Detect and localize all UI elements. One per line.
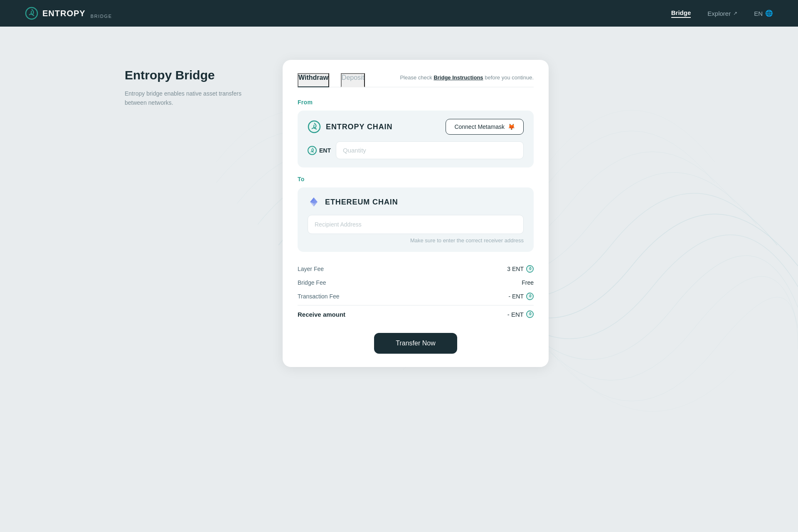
from-label: From bbox=[298, 99, 534, 106]
nav-explorer[interactable]: Explorer ↗ bbox=[707, 10, 737, 17]
left-panel: Entropy Bridge Entropy bridge enables na… bbox=[125, 60, 249, 108]
ent-icon-tx bbox=[526, 293, 534, 300]
bridge-instructions-link[interactable]: Bridge Instructions bbox=[433, 74, 483, 81]
receive-amount-row: Receive amount - ENT bbox=[298, 307, 534, 321]
from-section: ENTROPY CHAIN Connect Metamask 🦊 ENT bbox=[298, 111, 534, 167]
ent-token-icon bbox=[308, 146, 317, 155]
page-title: Entropy Bridge bbox=[125, 68, 249, 82]
ethereum-chain-logo bbox=[308, 196, 320, 208]
eth-chain-row: ETHEREUM CHAIN bbox=[308, 196, 524, 208]
svg-point-7 bbox=[527, 266, 533, 272]
entropy-logo-icon bbox=[25, 7, 38, 20]
ent-icon-receive bbox=[526, 310, 534, 318]
fees-section: Layer Fee 3 ENT Bridge Fee Free Transact… bbox=[298, 262, 534, 321]
svg-point-9 bbox=[527, 311, 533, 318]
main-content: Entropy Bridge Entropy bridge enables na… bbox=[0, 27, 798, 532]
tx-fee-label: Transaction Fee bbox=[298, 293, 340, 300]
bridge-fee-row: Bridge Fee Free bbox=[298, 276, 534, 289]
token-label: ENT bbox=[308, 146, 331, 155]
bridge-fee-value: Free bbox=[522, 279, 534, 286]
connect-metamask-button[interactable]: Connect Metamask 🦊 bbox=[446, 119, 524, 135]
entropy-chain-identity: ENTROPY CHAIN bbox=[308, 120, 392, 133]
tx-fee-row: Transaction Fee - ENT bbox=[298, 289, 534, 303]
receive-amount-label: Receive amount bbox=[298, 311, 345, 318]
receive-amount-value: - ENT bbox=[507, 310, 534, 318]
quantity-input[interactable] bbox=[336, 141, 524, 159]
header: ENTROPY BRIDGE Bridge Explorer ↗ EN 🌐 bbox=[0, 0, 798, 27]
from-chain-row: ENTROPY CHAIN Connect Metamask 🦊 bbox=[308, 119, 524, 135]
to-section: ETHEREUM CHAIN Make sure to enter the co… bbox=[298, 187, 534, 252]
fee-divider bbox=[298, 305, 534, 305]
from-chain-name: ENTROPY CHAIN bbox=[326, 123, 392, 131]
logo-text: ENTROPY bbox=[42, 9, 86, 18]
to-chain-name: ETHEREUM CHAIN bbox=[325, 198, 398, 207]
token-input-row: ENT bbox=[308, 141, 524, 159]
globe-icon: 🌐 bbox=[765, 10, 773, 17]
bridge-card: Withdraw Deposit Please check Bridge Ins… bbox=[283, 60, 549, 367]
transfer-now-button[interactable]: Transfer Now bbox=[374, 333, 457, 354]
layer-fee-row: Layer Fee 3 ENT bbox=[298, 262, 534, 276]
logo-sub: BRIDGE bbox=[91, 14, 112, 19]
recipient-address-input[interactable] bbox=[308, 215, 524, 234]
tab-notice: Please check Bridge Instructions before … bbox=[400, 74, 534, 86]
layer-fee-label: Layer Fee bbox=[298, 266, 324, 272]
nav-bridge[interactable]: Bridge bbox=[671, 9, 691, 18]
external-link-icon: ↗ bbox=[733, 10, 737, 16]
layer-fee-value: 3 ENT bbox=[507, 265, 534, 273]
tab-withdraw[interactable]: Withdraw bbox=[298, 73, 329, 87]
tab-bar: Withdraw Deposit Please check Bridge Ins… bbox=[298, 73, 534, 87]
entropy-chain-logo bbox=[308, 120, 321, 133]
logo: ENTROPY BRIDGE bbox=[25, 7, 112, 20]
header-nav: Bridge Explorer ↗ EN 🌐 bbox=[671, 9, 773, 18]
to-label: To bbox=[298, 176, 534, 182]
page-description: Entropy bridge enables native asset tran… bbox=[125, 89, 249, 108]
nav-language[interactable]: EN 🌐 bbox=[754, 10, 773, 17]
bridge-fee-label: Bridge Fee bbox=[298, 279, 326, 286]
ent-icon-layer bbox=[526, 265, 534, 273]
address-hint: Make sure to enter the correct receiver … bbox=[308, 237, 524, 244]
metamask-icon: 🦊 bbox=[508, 123, 515, 130]
svg-point-8 bbox=[527, 293, 533, 300]
tx-fee-value: - ENT bbox=[508, 293, 534, 300]
svg-point-2 bbox=[308, 146, 316, 155]
tab-deposit[interactable]: Deposit bbox=[341, 73, 365, 87]
